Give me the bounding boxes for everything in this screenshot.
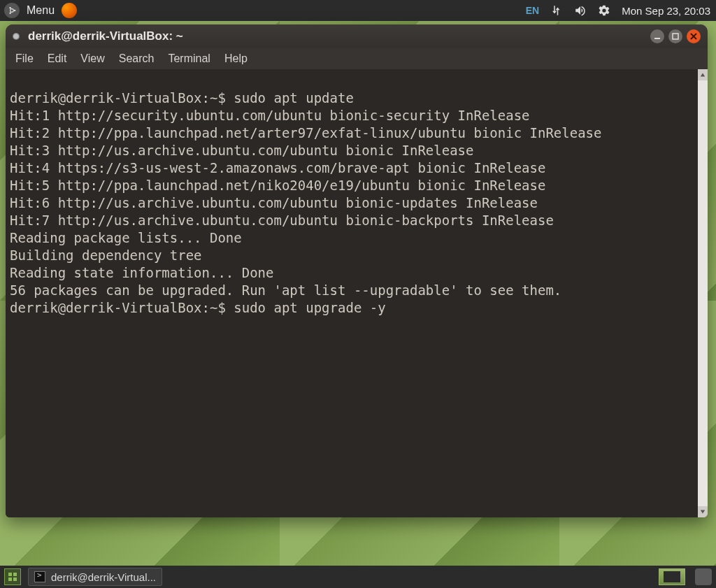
terminal-line: Hit:6 http://us.archive.ubuntu.com/ubunt…	[10, 195, 538, 210]
terminal-line: Hit:4 https://s3-us-west-2.amazonaws.com…	[10, 160, 545, 175]
svg-point-0	[10, 9, 14, 13]
terminal-line: Hit:5 http://ppa.launchpad.net/niko2040/…	[10, 178, 545, 193]
svg-rect-5	[673, 34, 678, 39]
menu-search[interactable]: Search	[119, 52, 155, 65]
menu-help[interactable]: Help	[224, 52, 248, 65]
svg-point-2	[9, 7, 11, 9]
terminal-menubar: File Edit View Search Terminal Help	[6, 48, 708, 69]
terminal-line: Building dependency tree	[10, 248, 202, 263]
window-titlebar[interactable]: derrik@derrik-VirtualBox: ~	[6, 24, 708, 48]
terminal-line: 56 packages can be upgraded. Run 'apt li…	[10, 282, 561, 298]
terminal-icon	[34, 571, 45, 582]
user-face-icon[interactable]	[695, 568, 712, 585]
firefox-icon[interactable]	[62, 3, 77, 18]
terminal-line: Hit:3 http://us.archive.ubuntu.com/ubunt…	[10, 143, 473, 158]
svg-rect-7	[13, 573, 17, 576]
clock[interactable]: Mon Sep 23, 20:03	[622, 5, 710, 17]
settings-gear-icon[interactable]	[598, 4, 610, 17]
svg-point-1	[14, 10, 16, 12]
terminal-line: derrik@derrik-VirtualBox:~$ sudo apt upd…	[10, 90, 354, 106]
terminal-line: Reading state information... Done	[10, 265, 274, 280]
scroll-down-icon[interactable]	[698, 506, 708, 517]
menu-terminal[interactable]: Terminal	[168, 52, 210, 65]
minimize-button[interactable]	[650, 29, 664, 43]
app-indicator-icon	[13, 33, 20, 40]
svg-point-3	[9, 13, 11, 15]
close-button[interactable]	[687, 29, 701, 43]
terminal-line: Hit:2 http://ppa.launchpad.net/arter97/e…	[10, 125, 601, 141]
terminal-output[interactable]: derrik@derrik-VirtualBox:~$ sudo apt upd…	[6, 69, 708, 517]
bottom-taskbar: derrik@derrik-Virtual...	[0, 566, 716, 588]
network-icon[interactable]	[550, 4, 563, 17]
terminal-scrollbar[interactable]	[698, 69, 708, 517]
top-panel: Menu EN Mon Sep 23, 20:03	[0, 0, 716, 21]
terminal-line: Hit:7 http://us.archive.ubuntu.com/ubunt…	[10, 213, 554, 228]
svg-rect-4	[654, 38, 660, 39]
menu-file[interactable]: File	[15, 52, 34, 65]
keyboard-language-indicator[interactable]: EN	[526, 5, 539, 16]
svg-rect-8	[8, 578, 12, 581]
window-title: derrik@derrik-VirtualBox: ~	[28, 29, 183, 43]
terminal-line: Reading package lists... Done	[10, 230, 242, 245]
terminal-line: derrik@derrik-VirtualBox:~$ sudo apt upg…	[10, 300, 386, 315]
volume-icon[interactable]	[574, 4, 587, 17]
menu-edit[interactable]: Edit	[48, 52, 67, 65]
svg-rect-6	[8, 573, 12, 576]
distributor-logo-icon[interactable]	[4, 3, 20, 18]
terminal-window: derrik@derrik-VirtualBox: ~ File Edit Vi…	[6, 24, 708, 517]
show-desktop-button[interactable]	[659, 568, 685, 585]
terminal-line: Hit:1 http://security.ubuntu.com/ubuntu …	[10, 108, 530, 123]
svg-rect-9	[13, 578, 17, 581]
maximize-button[interactable]	[668, 29, 682, 43]
menu-view[interactable]: View	[80, 52, 104, 65]
taskbar-entry-terminal[interactable]: derrik@derrik-Virtual...	[28, 568, 162, 586]
taskbar-entry-label: derrik@derrik-Virtual...	[51, 571, 156, 583]
scroll-up-icon[interactable]	[698, 69, 708, 80]
show-applications-button[interactable]	[4, 568, 21, 585]
applications-menu[interactable]: Menu	[27, 4, 55, 17]
